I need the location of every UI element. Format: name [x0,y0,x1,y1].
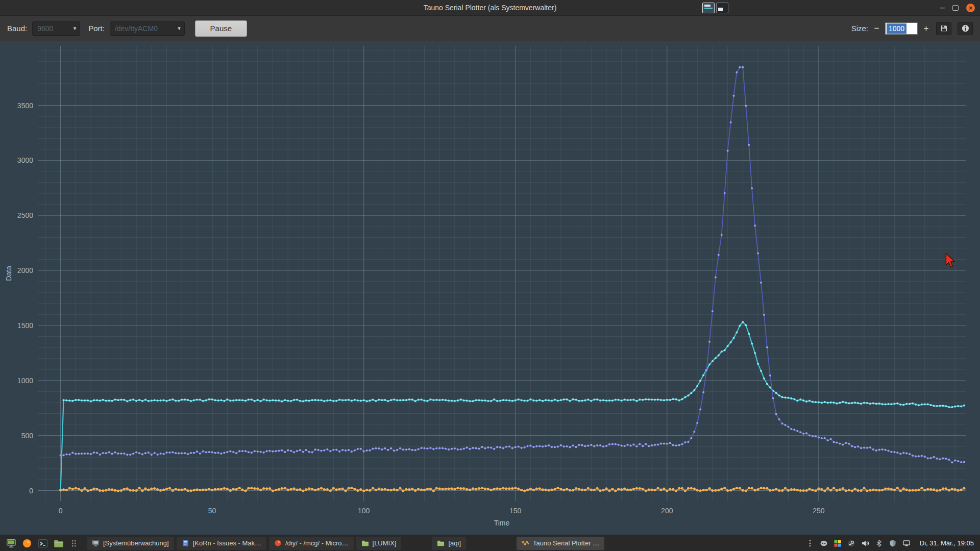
discord-icon[interactable] [820,539,828,547]
maximize-button[interactable] [952,5,959,11]
files-icon[interactable] [52,536,65,550]
save-image-button[interactable] [936,22,951,35]
svg-text:0: 0 [59,507,63,515]
pause-button[interactable]: Pause [195,20,247,37]
volume-icon[interactable] [861,539,869,547]
size-increase-button[interactable]: + [922,23,930,34]
svg-text:50: 50 [208,507,216,515]
taskbar-window-button[interactable]: Tauno Serial Plotter … [517,537,604,550]
taskbar-window-button[interactable]: [LUMIX] [356,537,402,550]
workspace-window-preview [704,5,710,7]
taskbar-window-button[interactable]: [KoRn - Issues - Mak… [177,537,266,550]
svg-text:200: 200 [661,507,673,515]
svg-text:1500: 1500 [17,321,33,330]
chevron-down-icon: ▾ [74,25,77,32]
grip-icon[interactable] [67,536,81,550]
clock[interactable]: Di, 31. Mär., 19:05 [920,539,974,547]
display-icon[interactable] [902,539,911,547]
window-button-label: Tauno Serial Plotter … [533,539,599,547]
svg-text:Time: Time [494,519,510,527]
taskbar-window-button[interactable]: [aqi] [432,537,466,550]
bluetooth-icon[interactable] [875,539,883,547]
port-select[interactable]: /dev/ttyACM0 ▾ [110,21,185,36]
baud-select[interactable]: 9600 ▾ [32,21,80,36]
size-value: 1000 [887,23,906,34]
window-button-label: [KoRn - Issues - Mak… [193,539,261,547]
window-button-label: [LUMIX] [373,539,397,547]
window-button-label: [aqi] [448,539,461,547]
size-input[interactable]: 1000 [885,22,918,35]
circle-icon [274,539,282,547]
svg-text:500: 500 [21,432,34,440]
terminal-icon[interactable] [36,536,50,550]
svg-text:Data: Data [5,266,13,281]
size-decrease-button[interactable]: − [873,23,880,34]
svg-text:100: 100 [358,507,370,515]
steam-icon[interactable] [847,539,855,547]
shield-icon[interactable] [889,539,897,547]
system-tray: Di, 31. Mär., 19:05 [806,539,976,547]
workspace-thumbnail-2[interactable] [716,3,728,13]
minimize-button[interactable]: – [940,5,945,10]
save-image-icon [940,24,948,32]
folder-icon [361,539,369,547]
firefox-icon[interactable] [20,536,34,550]
svg-text:0: 0 [29,487,33,495]
window-list: [Systemüberwachung][KoRn - Issues - Mak…… [87,537,604,550]
toolbar-right-group: Size: − 1000 + [851,22,973,35]
close-button[interactable]: × [966,4,975,12]
port-label: Port: [88,24,105,33]
workspace-switcher[interactable] [702,3,728,13]
svg-text:150: 150 [509,507,522,515]
launcher-icons [4,536,81,550]
port-value: /dev/ttyACM0 [115,24,158,33]
svg-text:2500: 2500 [17,211,33,219]
svg-text:2000: 2000 [17,266,33,274]
taskbar-window-button[interactable]: /diy/ - /mcg/ - Micro… [269,537,354,550]
window-button-label: /diy/ - /mcg/ - Micro… [285,539,349,547]
workspace-thumbnail-1[interactable] [702,3,715,13]
doc-icon [182,539,189,547]
overflow-icon[interactable] [806,539,814,547]
baud-label: Baud: [7,24,27,33]
info-icon [962,24,969,32]
toolbar: Baud: 9600 ▾ Port: /dev/ttyACM0 ▾ Pause … [0,16,980,41]
svg-text:1000: 1000 [17,377,33,385]
workspace-window-preview [704,8,713,9]
window-controls: – × [940,0,975,15]
taskbar-window-button[interactable]: [Systemüberwachung] [87,537,174,550]
taskbar: [Systemüberwachung][KoRn - Issues - Mak…… [0,535,980,551]
serial-plot: 0501001502002500500100015002000250030003… [0,41,980,535]
menu-icon[interactable] [4,536,18,550]
baud-value: 9600 [37,24,53,33]
size-label: Size: [851,24,868,33]
info-button[interactable] [958,22,973,35]
packages-icon[interactable] [834,539,842,547]
monitor-icon [92,539,100,547]
window-title: Tauno Serial Plotter (als Systemverwalte… [424,4,557,12]
svg-text:250: 250 [813,507,825,515]
titlebar: Tauno Serial Plotter (als Systemverwalte… [0,0,980,16]
tray-icons [806,539,911,547]
chevron-down-icon: ▾ [178,25,181,32]
workspace-window-preview [718,8,723,11]
wave-icon [522,539,529,547]
serial-plot-area: 0501001502002500500100015002000250030003… [0,41,980,535]
svg-text:3000: 3000 [17,156,33,164]
folder-icon [437,539,445,547]
window-button-label: [Systemüberwachung] [103,539,169,547]
svg-text:3500: 3500 [17,102,33,110]
